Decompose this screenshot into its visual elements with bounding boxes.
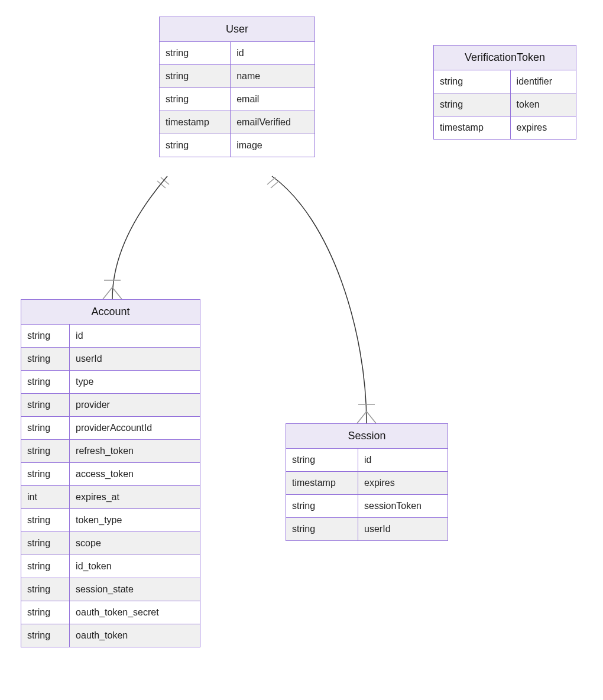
attr-name: name bbox=[231, 65, 315, 88]
attr-name: id bbox=[70, 325, 200, 348]
attr-row: stringaccess_token bbox=[21, 463, 200, 486]
attr-row: stringimage bbox=[160, 134, 315, 157]
attr-row: timestampemailVerified bbox=[160, 111, 315, 134]
attr-type: string bbox=[21, 555, 70, 578]
svg-line-1 bbox=[161, 177, 169, 184]
attr-name: id bbox=[231, 42, 315, 65]
entity-user: Userstringidstringnamestringemailtimesta… bbox=[159, 17, 315, 157]
entity-title: Account bbox=[21, 300, 200, 325]
attr-type: timestamp bbox=[286, 472, 358, 495]
attr-type: int bbox=[21, 486, 70, 509]
attr-row: timestampexpires bbox=[434, 116, 576, 140]
attr-name: token_type bbox=[70, 509, 200, 532]
attr-name: providerAccountId bbox=[70, 417, 200, 440]
entity-attrs: stringidentifierstringtokentimestampexpi… bbox=[434, 70, 576, 139]
attr-name: email bbox=[231, 88, 315, 111]
attr-name: id bbox=[358, 449, 448, 472]
attr-row: stringuserId bbox=[21, 348, 200, 371]
attr-type: timestamp bbox=[160, 111, 231, 134]
entity-title: Session bbox=[286, 424, 448, 449]
entity-attrs: stringidstringnamestringemailtimestampem… bbox=[160, 42, 315, 157]
attr-type: string bbox=[434, 93, 510, 116]
attr-name: emailVerified bbox=[231, 111, 315, 134]
attr-row: stringname bbox=[160, 65, 315, 88]
attr-row: stringid bbox=[21, 325, 200, 348]
attr-type: string bbox=[21, 624, 70, 647]
rel-user-session bbox=[272, 176, 367, 423]
attr-row: stringoauth_token bbox=[21, 624, 200, 647]
entity-title: VerificationToken bbox=[434, 46, 576, 70]
attr-row: stringid bbox=[160, 42, 315, 65]
attr-row: stringtype bbox=[21, 371, 200, 394]
attr-row: stringproviderAccountId bbox=[21, 417, 200, 440]
attr-row: stringtoken_type bbox=[21, 509, 200, 532]
svg-line-4 bbox=[271, 181, 279, 188]
attr-name: userId bbox=[358, 518, 448, 541]
attr-name: expires bbox=[510, 116, 576, 140]
entity-attrs: stringidtimestampexpiresstringsessionTok… bbox=[286, 449, 448, 540]
attr-row: stringsessionToken bbox=[286, 495, 448, 518]
attr-type: string bbox=[21, 578, 70, 601]
attr-type: string bbox=[286, 449, 358, 472]
attr-type: string bbox=[160, 88, 231, 111]
attr-name: type bbox=[70, 371, 200, 394]
attr-name: scope bbox=[70, 532, 200, 555]
attr-name: image bbox=[231, 134, 315, 157]
attr-type: string bbox=[21, 532, 70, 555]
attr-name: sessionToken bbox=[358, 495, 448, 518]
attr-row: stringoauth_token_secret bbox=[21, 601, 200, 624]
attr-name: userId bbox=[70, 348, 200, 371]
attr-name: refresh_token bbox=[70, 440, 200, 463]
attr-name: session_state bbox=[70, 578, 200, 601]
attr-type: string bbox=[434, 70, 510, 93]
entity-session: Sessionstringidtimestampexpiresstringses… bbox=[286, 423, 448, 541]
attr-name: token bbox=[510, 93, 576, 116]
attr-type: string bbox=[21, 440, 70, 463]
attr-row: stringid_token bbox=[21, 555, 200, 578]
entity-verificationtoken: VerificationTokenstringidentifierstringt… bbox=[433, 45, 576, 140]
attr-row: stringuserId bbox=[286, 518, 448, 541]
attr-type: string bbox=[21, 417, 70, 440]
attr-row: stringrefresh_token bbox=[21, 440, 200, 463]
attr-type: string bbox=[21, 463, 70, 486]
attr-name: access_token bbox=[70, 463, 200, 486]
attr-row: stringidentifier bbox=[434, 70, 576, 93]
attr-type: timestamp bbox=[434, 116, 510, 140]
rel-user-account bbox=[112, 176, 167, 299]
attr-row: stringemail bbox=[160, 88, 315, 111]
attr-name: oauth_token bbox=[70, 624, 200, 647]
entity-title: User bbox=[160, 17, 315, 42]
entity-attrs: stringidstringuserIdstringtypestringprov… bbox=[21, 325, 200, 647]
attr-type: string bbox=[21, 601, 70, 624]
attr-type: string bbox=[21, 325, 70, 348]
attr-type: string bbox=[286, 495, 358, 518]
attr-row: stringtoken bbox=[434, 93, 576, 116]
attr-type: string bbox=[286, 518, 358, 541]
attr-row: intexpires_at bbox=[21, 486, 200, 509]
attr-type: string bbox=[21, 348, 70, 371]
attr-type: string bbox=[21, 371, 70, 394]
attr-name: id_token bbox=[70, 555, 200, 578]
attr-name: expires bbox=[358, 472, 448, 495]
svg-line-0 bbox=[157, 181, 166, 188]
attr-row: stringprovider bbox=[21, 394, 200, 417]
entity-account: AccountstringidstringuserIdstringtypestr… bbox=[21, 299, 200, 647]
attr-type: string bbox=[21, 509, 70, 532]
attr-type: string bbox=[160, 134, 231, 157]
attr-name: identifier bbox=[510, 70, 576, 93]
attr-type: string bbox=[21, 394, 70, 417]
attr-row: stringscope bbox=[21, 532, 200, 555]
er-diagram: Userstringidstringnamestringemailtimesta… bbox=[0, 0, 603, 700]
attr-name: oauth_token_secret bbox=[70, 601, 200, 624]
attr-type: string bbox=[160, 65, 231, 88]
attr-row: timestampexpires bbox=[286, 472, 448, 495]
attr-name: expires_at bbox=[70, 486, 200, 509]
svg-line-3 bbox=[267, 177, 275, 184]
attr-type: string bbox=[160, 42, 231, 65]
attr-row: stringsession_state bbox=[21, 578, 200, 601]
attr-name: provider bbox=[70, 394, 200, 417]
attr-row: stringid bbox=[286, 449, 448, 472]
